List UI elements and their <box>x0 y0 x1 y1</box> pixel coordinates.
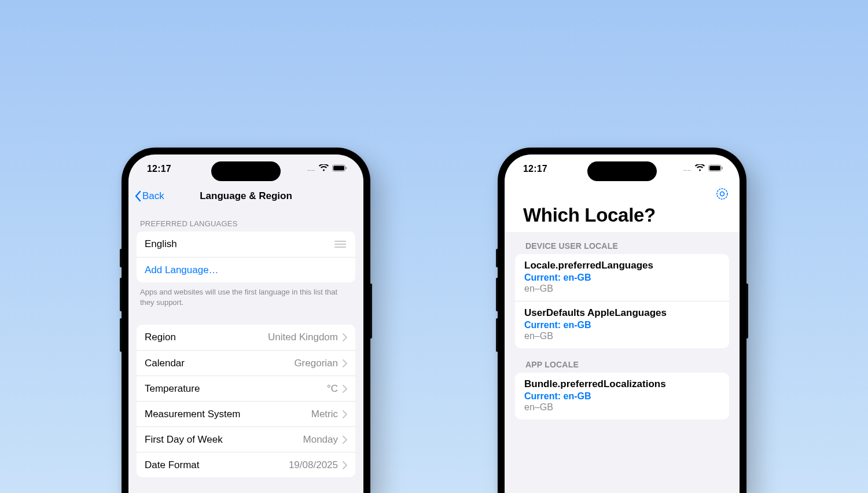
device-locale-list: Locale.preferredLanguages Current: en-GB… <box>515 254 729 348</box>
row-current: Current: en-GB <box>524 273 720 283</box>
svg-rect-4 <box>709 166 720 171</box>
phone-side-button <box>370 284 372 339</box>
preferred-languages-list: English Add Language… <box>137 231 355 282</box>
locale-row[interactable]: UserDefaults AppleLanguages Current: en-… <box>515 301 729 348</box>
status-time: 12:17 <box>147 164 171 174</box>
row-value: 19/08/2025 <box>289 459 338 471</box>
row-current: Current: en-GB <box>524 391 720 402</box>
status-icons: .... <box>307 164 347 174</box>
calendar-row[interactable]: Calendar Gregorian <box>137 350 355 376</box>
page-title: Which Locale? <box>505 201 740 232</box>
svg-point-7 <box>720 192 724 196</box>
svg-rect-5 <box>722 167 723 170</box>
row-label: First Day of Week <box>145 434 223 446</box>
row-title: Locale.preferredLanguages <box>524 260 720 271</box>
settings-button[interactable] <box>715 187 729 201</box>
wifi-icon <box>695 164 705 174</box>
region-row[interactable]: Region United Kingdom <box>137 325 355 350</box>
language-row[interactable]: English <box>137 231 355 257</box>
section-header-app-locale: App Locale <box>505 348 740 373</box>
back-label: Back <box>142 190 164 202</box>
temperature-row[interactable]: Temperature °C <box>137 376 355 401</box>
row-label: Temperature <box>145 383 200 395</box>
row-current: Current: en-GB <box>524 320 720 330</box>
chevron-right-icon <box>343 461 347 469</box>
locale-row[interactable]: Locale.preferredLanguages Current: en-GB… <box>515 254 729 301</box>
chevron-right-icon <box>343 410 347 418</box>
svg-rect-2 <box>346 167 347 170</box>
chevron-right-icon <box>343 359 347 367</box>
row-subtitle: en–GB <box>524 402 720 413</box>
battery-icon <box>332 164 347 174</box>
row-title: Bundle.preferredLocalizations <box>524 378 720 390</box>
row-label: Measurement System <box>145 409 240 420</box>
row-value: °C <box>327 383 338 395</box>
row-value: Gregorian <box>294 358 338 369</box>
status-bar: 12:17 .... <box>128 154 363 183</box>
row-title: UserDefaults AppleLanguages <box>524 307 720 319</box>
locale-row[interactable]: Bundle.preferredLocalizations Current: e… <box>515 373 729 420</box>
row-subtitle: en–GB <box>524 284 720 294</box>
section-footer-preferred: Apps and websites will use the first lan… <box>128 282 363 311</box>
date-format-row[interactable]: Date Format 19/08/2025 <box>137 452 355 477</box>
nav-title: Language & Region <box>200 190 292 202</box>
cellular-icon: .... <box>683 166 692 172</box>
app-locale-list: Bundle.preferredLocalizations Current: e… <box>515 373 729 420</box>
add-language-label: Add Language… <box>145 264 219 276</box>
language-label: English <box>145 238 177 250</box>
row-label: Calendar <box>145 358 185 369</box>
battery-icon <box>708 164 723 174</box>
section-header-preferred: Preferred Languages <box>128 209 363 231</box>
chevron-right-icon <box>343 333 347 341</box>
phone-side-button <box>746 284 748 339</box>
row-label: Date Format <box>145 459 199 471</box>
drag-handle-icon[interactable] <box>334 241 347 248</box>
nav-bar: Back Language & Region <box>128 183 363 209</box>
status-time: 12:17 <box>523 164 547 174</box>
status-bar: 12:17 .... <box>505 154 740 183</box>
row-label: Region <box>145 332 176 343</box>
region-settings-list: Region United Kingdom Calendar Gregorian… <box>137 325 355 477</box>
wifi-icon <box>319 164 329 174</box>
chevron-right-icon <box>343 436 347 444</box>
status-icons: .... <box>683 164 723 174</box>
measurement-row[interactable]: Measurement System Metric <box>137 401 355 426</box>
section-header-device-locale: Device User Locale <box>505 232 740 254</box>
gear-icon <box>715 187 729 201</box>
add-language-row[interactable]: Add Language… <box>137 257 355 282</box>
cellular-icon: .... <box>307 166 315 172</box>
phone-settings: 12:17 .... Back <box>122 148 370 493</box>
row-value: Metric <box>311 409 338 420</box>
row-value: Monday <box>303 434 338 446</box>
svg-rect-1 <box>333 166 344 171</box>
svg-point-6 <box>717 189 727 199</box>
chevron-right-icon <box>343 385 347 393</box>
row-value: United Kingdom <box>268 332 338 343</box>
back-button[interactable]: Back <box>134 190 164 202</box>
phone-app: 12:17 .... <box>498 148 746 493</box>
first-day-row[interactable]: First Day of Week Monday <box>137 426 355 452</box>
row-subtitle: en–GB <box>524 331 720 341</box>
